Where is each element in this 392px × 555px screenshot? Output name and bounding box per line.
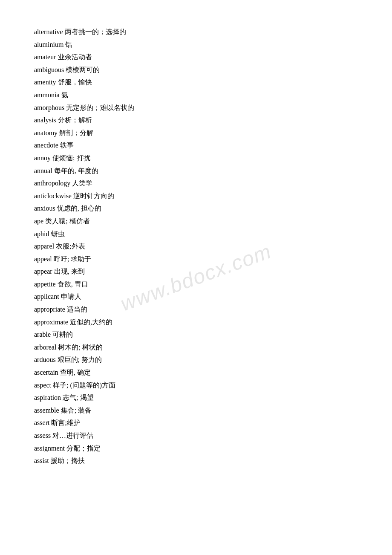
list-item: aspiration 志气; 渴望 [34, 391, 358, 404]
list-item: assemble 集合; 装备 [34, 404, 358, 417]
list-item: anecdote 轶事 [34, 139, 358, 152]
list-item: appeal 呼吁; 求助于 [34, 253, 358, 266]
list-item: appear 出现, 来到 [34, 265, 358, 278]
word-list: alternative 两者挑一的；选择的aluminium 铝amateur … [34, 26, 358, 467]
list-item: analysis 分析；解析 [34, 114, 358, 127]
list-item: arboreal 树木的; 树状的 [34, 341, 358, 354]
list-item: approximate 近似的,大约的 [34, 316, 358, 329]
list-item: assert 断言;维护 [34, 416, 358, 429]
list-item: amenity 舒服，愉快 [34, 76, 358, 89]
list-item: annoy 使烦恼; 打扰 [34, 152, 358, 165]
list-item: applicant 申请人 [34, 290, 358, 303]
list-item: anxious 忧虑的, 担心的 [34, 202, 358, 215]
list-item: arduous 艰巨的; 努力的 [34, 353, 358, 366]
list-item: anatomy 解剖；分解 [34, 127, 358, 139]
list-item: appetite 食欲, 胃口 [34, 278, 358, 291]
list-item: annual 每年的, 年度的 [34, 165, 358, 177]
list-item: assignment 分配；指定 [34, 442, 358, 455]
list-item: ape 类人猿; 模仿者 [34, 215, 358, 228]
list-item: amorphous 无定形的；难以名状的 [34, 101, 358, 114]
list-item: ascertain 查明, 确定 [34, 366, 358, 379]
list-item: aphid 蚜虫 [34, 228, 358, 240]
list-item: aspect 样子; (问题等的)方面 [34, 379, 358, 392]
list-item: assist 援助；搀扶 [34, 454, 358, 467]
list-item: ammonia 氨 [34, 89, 358, 101]
list-item: assess 对…进行评估 [34, 429, 358, 442]
list-item: ambiguous 模棱两可的 [34, 64, 358, 76]
list-item: arable 可耕的 [34, 328, 358, 341]
list-item: appropriate 适当的 [34, 303, 358, 316]
list-item: anticlockwise 逆时针方向的 [34, 190, 358, 202]
list-item: alternative 两者挑一的；选择的 [34, 26, 358, 38]
list-item: anthropology 人类学 [34, 177, 358, 190]
list-item: aluminium 铝 [34, 38, 358, 51]
list-item: amateur 业余活动者 [34, 51, 358, 64]
list-item: apparel 衣服;外表 [34, 240, 358, 253]
